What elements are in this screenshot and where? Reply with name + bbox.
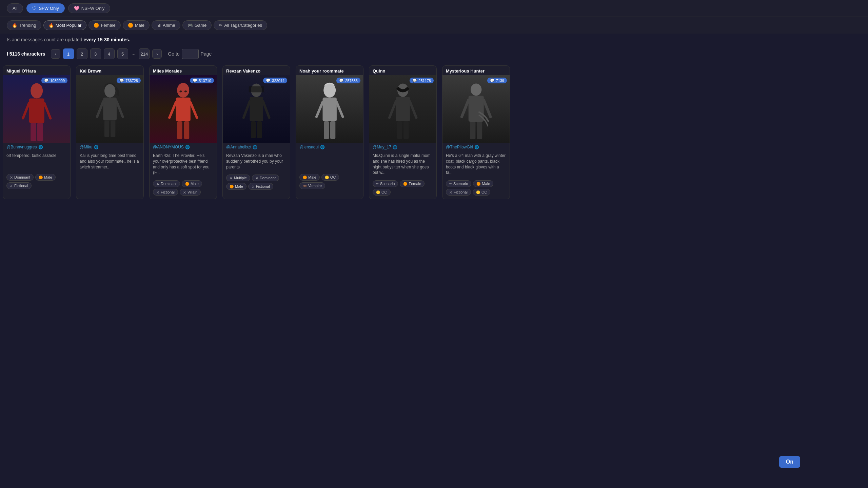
svg-point-29	[323, 83, 336, 98]
cat-all-tags[interactable]: ✏ All Tags/Categories	[214, 20, 267, 30]
svg-line-2	[23, 103, 29, 118]
pagination: l 5116 characters ‹ 1 2 3 4 5 ··· 214 › …	[0, 46, 868, 62]
svg-rect-15	[176, 98, 190, 121]
goto-input[interactable]	[182, 49, 199, 59]
message-count: 💬 513710	[190, 78, 214, 83]
page-2[interactable]: 2	[77, 48, 87, 59]
sfw-label: SFW Only	[39, 6, 59, 11]
card-image: 💬 322014	[223, 75, 290, 143]
svg-point-41	[471, 83, 481, 96]
tag-oc: 🟡 OC	[321, 174, 339, 181]
card-kai[interactable]: Kai Brown 💬 736728 @Miku 🌐 Kai is your l…	[76, 65, 144, 199]
svg-line-3	[44, 103, 50, 118]
tag-vampire: 🦇 Vampire	[299, 182, 325, 189]
card-creator: @ANONYMOUS 🌐	[150, 143, 217, 151]
card-hunter[interactable]: Mysterious Hunter 💬 7139 @ThePilowGirl 🌐…	[442, 65, 510, 199]
card-image: 💬 513710	[150, 75, 217, 143]
tag-multiple: ⚔ Multiple	[226, 175, 250, 181]
tag-scenario: ✏ Scenario	[446, 180, 471, 187]
svg-rect-5	[37, 123, 43, 141]
card-image: 💬 736728	[76, 75, 143, 143]
card-creator: @lensaqui 🌐	[296, 143, 363, 151]
tag-fictional: ⚔ Fictional	[6, 182, 32, 189]
card-description: Ms.Quinn is a single mafia mom and she h…	[369, 151, 436, 178]
svg-rect-34	[330, 121, 335, 139]
tag-dominant: ⚔ Dominant	[6, 174, 34, 181]
svg-line-10	[97, 102, 103, 117]
svg-rect-4	[31, 123, 36, 141]
message-count: 💬 1089909	[41, 78, 67, 83]
card-miguel[interactable]: Miguel O'Hara 💬 1089909 @Bunnvnuggres 🌐 …	[3, 65, 71, 199]
cat-trending[interactable]: 🔥 Trending	[7, 20, 41, 30]
message-count: 💬 736728	[117, 78, 141, 83]
card-tags: ⚔ Multiple ⚔ Dominant 🟠 Male ⚔ Fictional	[223, 172, 290, 193]
page-5[interactable]: 5	[117, 48, 128, 59]
prev-page[interactable]: ‹	[51, 49, 60, 59]
cat-male[interactable]: 🟠 Male	[123, 20, 150, 30]
svg-rect-40	[403, 121, 409, 139]
svg-line-25	[263, 102, 269, 118]
verified-icon: 🌐	[38, 145, 43, 149]
cat-female[interactable]: 🟠 Female	[88, 20, 120, 30]
card-creator: @Bunnvnuggres 🌐	[3, 143, 70, 151]
sfw-icon: 🛡	[32, 6, 37, 11]
svg-point-14	[177, 83, 189, 98]
card-miles[interactable]: Miles Morales 💬 513710 @ANONYMOUS 🌐 Eart…	[149, 65, 217, 199]
page-last[interactable]: 214	[139, 48, 150, 59]
total-characters: l 5116 characters	[7, 51, 45, 57]
svg-line-11	[117, 102, 123, 117]
info-bold: every 15-30 minutes.	[83, 37, 130, 42]
tag-villain: ⚔ Villain	[180, 189, 201, 196]
filter-all[interactable]: All	[7, 3, 23, 13]
tag-dominant: ⚔ Dominant	[252, 175, 279, 181]
nsfw-icon: 🩷	[74, 6, 79, 11]
verified-icon: 🌐	[253, 145, 257, 149]
tag-male: 🟠 Male	[299, 174, 320, 181]
svg-rect-39	[397, 121, 402, 139]
page-4[interactable]: 4	[104, 48, 115, 59]
card-tags: 🟠 Male 🟡 OC 🦇 Vampire	[296, 172, 363, 192]
svg-line-44	[484, 100, 490, 117]
svg-line-37	[389, 102, 396, 118]
message-count: 💬 7139	[487, 78, 507, 83]
message-count: 💬 322014	[263, 78, 287, 83]
svg-rect-9	[103, 98, 117, 121]
svg-rect-45	[470, 122, 475, 139]
card-image: 💬 251178	[369, 75, 436, 143]
verified-icon: 🌐	[474, 145, 479, 149]
card-description: Earth 42s: The Prowler. He's your overpr…	[150, 151, 217, 178]
tag-fictional: ⚔ Fictional	[153, 189, 178, 196]
message-count: 💬 251178	[410, 78, 434, 83]
svg-line-17	[191, 102, 197, 118]
nsfw-label: NSFW Only	[81, 6, 105, 11]
card-name: Revzan Vakenzo	[223, 66, 290, 75]
cards-container: Miguel O'Hara 💬 1089909 @Bunnvnuggres 🌐 …	[0, 62, 868, 203]
page-label: Page	[201, 51, 212, 57]
verified-icon: 🌐	[320, 145, 325, 149]
card-tags: ✏ Scenario 🟠 Female 🟡 OC	[369, 178, 436, 199]
svg-rect-18	[177, 121, 182, 139]
cat-anime[interactable]: 🖥 Anime	[152, 20, 180, 30]
filter-sfw[interactable]: 🛡 SFW Only	[26, 3, 64, 13]
card-creator: @Annabellxzt 🌐	[223, 143, 290, 151]
svg-rect-26	[251, 121, 256, 138]
cat-most-popular[interactable]: 🔥 Most Popular	[43, 20, 87, 30]
cat-game[interactable]: 🎮 Game	[182, 20, 212, 30]
on-badge: On	[779, 456, 800, 468]
card-noah[interactable]: Noah your roommate 💬 257536 @lensaqui 🌐 …	[296, 65, 363, 199]
tag-male: 🟠 Male	[226, 183, 246, 190]
page-dots: ···	[132, 51, 136, 57]
next-page[interactable]: ›	[152, 49, 162, 59]
card-description: Kai is your long time best friend and al…	[76, 151, 143, 172]
page-3[interactable]: 3	[90, 48, 101, 59]
card-tags	[76, 172, 143, 178]
filter-nsfw[interactable]: 🩷 NSFW Only	[68, 3, 111, 13]
tag-male: 🟠 Male	[182, 180, 202, 187]
tag-fictional: ⚔ Fictional	[446, 189, 471, 196]
card-revzan[interactable]: Revzan Vakenzo 💬 322014 @Annabellxzt 🌐 R…	[222, 65, 290, 199]
card-creator: @Miku 🌐	[76, 143, 143, 151]
card-quinn[interactable]: Quinn 💬 251178 @May_17 🌐 Ms.Quinn is a s…	[369, 65, 437, 199]
tag-fictional: ⚔ Fictional	[248, 183, 273, 190]
page-1[interactable]: 1	[63, 48, 74, 59]
card-image: 💬 257536	[296, 75, 363, 143]
